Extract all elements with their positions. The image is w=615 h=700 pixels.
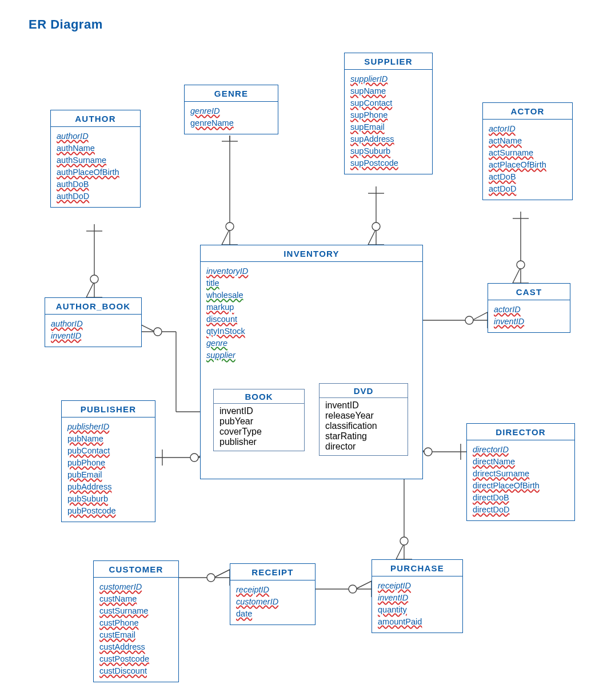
entity-attr: pubAddress (67, 481, 149, 493)
entity-receipt: RECEIPT receiptIDcustomerIDdate (230, 563, 316, 625)
entity-attr: pubContact (67, 445, 149, 457)
entity-attr: custEmail (99, 629, 173, 641)
svg-point-12 (517, 261, 525, 269)
entity-attr: supplierID (350, 73, 426, 85)
svg-point-26 (424, 448, 432, 456)
svg-point-32 (207, 574, 215, 582)
entity-attr: custAddress (99, 641, 173, 653)
entity-attr: inventID (219, 406, 298, 416)
entity-attr: supplier (206, 349, 417, 361)
entity-attr: inventID (325, 400, 402, 411)
entity-attr: amountPaid (378, 616, 457, 628)
svg-point-17 (154, 328, 162, 336)
entity-attr: directorID (473, 444, 569, 456)
entity-attr: supName (350, 85, 426, 97)
entity-attr: authName (57, 142, 134, 154)
entity-attr: actSurname (489, 147, 566, 159)
entity-attr: receiptID (378, 580, 457, 592)
entity-attr: supAddress (350, 133, 426, 145)
entity-attr: actorID (494, 304, 564, 316)
entity-attr: pubSuburb (67, 493, 149, 505)
svg-point-9 (90, 275, 98, 283)
entity-attr: supContact (350, 97, 426, 109)
entity-attr: actorID (489, 123, 566, 135)
entity-attr: supPostcode (350, 157, 426, 169)
svg-point-35 (349, 585, 357, 593)
entity-attr: releaseYear (325, 411, 402, 421)
entity-attr: classification (325, 421, 402, 431)
entity-customer: CUSTOMER customerIDcustNamecustSurnamecu… (93, 560, 179, 682)
entity-director: DIRECTOR directorIDdirectNamedrirectSurn… (466, 423, 575, 521)
entity-attr: date (236, 608, 309, 620)
entity-attr: inventID (378, 592, 457, 604)
page-title: ER Diagram (29, 17, 103, 32)
entity-attr: custDiscount (99, 665, 173, 677)
entity-attr: authSurname (57, 154, 134, 166)
entity-attr: publisher (219, 437, 298, 447)
entity-attr: genreName (190, 117, 272, 129)
entity-attr: inventoryID (206, 265, 417, 277)
entity-attr: authDoB (57, 178, 134, 190)
svg-point-3 (226, 222, 234, 230)
svg-point-29 (400, 537, 408, 545)
entity-attr: authDoD (57, 190, 134, 202)
entity-attr: genreID (190, 105, 272, 117)
entity-attr: receiptID (236, 584, 309, 596)
entity-attr: authorID (51, 318, 135, 330)
entity-attr: authorID (57, 130, 134, 142)
entity-attr: drirectSurname (473, 468, 569, 480)
entity-author-book: AUTHOR_BOOK authorIDinventID (45, 297, 142, 347)
entity-purchase: PURCHASE receiptIDinventIDquantityamount… (372, 559, 463, 633)
entity-attr: pubPostcode (67, 505, 149, 517)
entity-attr: authPlaceOfBirth (57, 166, 134, 178)
entity-cast: CAST actorIDinventID (488, 283, 570, 333)
entity-attr: qtyInStock (206, 325, 417, 337)
entity-attr: discount (206, 313, 417, 325)
entity-attr: pubEmail (67, 469, 149, 481)
entity-attr: pubPhone (67, 457, 149, 469)
entity-attr: inventID (51, 330, 135, 342)
entity-attr: custPostcode (99, 653, 173, 665)
entity-attr: pubYear (219, 416, 298, 427)
entity-attr: directPlaceOfBirth (473, 480, 569, 492)
entity-attr: supEmail (350, 121, 426, 133)
entity-attr: actDoB (489, 171, 566, 183)
svg-point-20 (190, 454, 198, 462)
entity-attr: director (325, 442, 402, 452)
entity-attr: starRating (325, 431, 402, 442)
entity-attr: directDoD (473, 504, 569, 516)
entity-attr: supSuburb (350, 145, 426, 157)
entity-attrs: authorIDauthNameauthSurnameauthPlaceOfBi… (51, 127, 140, 207)
entity-dvd: DVD inventIDreleaseYearclassificationsta… (319, 383, 408, 456)
entity-attr: customerID (99, 581, 173, 593)
entity-attr: actName (489, 135, 566, 147)
entity-genre: GENRE genreIDgenreName (184, 85, 278, 134)
entity-attr: directName (473, 456, 569, 468)
entity-publisher: PUBLISHER publisherIDpubNamepubContactpu… (61, 400, 155, 522)
entity-attr: markup (206, 301, 417, 313)
entity-attr: supPhone (350, 109, 426, 121)
entity-author: AUTHOR authorIDauthNameauthSurnameauthPl… (50, 110, 141, 208)
entity-attr: actDoD (489, 183, 566, 195)
entity-attr: custPhone (99, 617, 173, 629)
entity-title: AUTHOR (51, 110, 140, 127)
entity-book: BOOK inventIDpubYearcoverTypepublisher (213, 389, 305, 451)
entity-attr: actPlaceOfBirth (489, 159, 566, 171)
entity-attr: title (206, 277, 417, 289)
entity-attr: custName (99, 593, 173, 605)
entity-attr: inventID (494, 316, 564, 328)
entity-attr: coverType (219, 427, 298, 437)
entity-attr: quantity (378, 604, 457, 616)
entity-supplier: SUPPLIER supplierIDsupNamesupContactsupP… (344, 53, 433, 174)
entity-attr: customerID (236, 596, 309, 608)
entity-attr: directDoB (473, 492, 569, 504)
svg-point-23 (465, 316, 473, 324)
entity-attr: wholesale (206, 289, 417, 301)
entity-attr: publisherID (67, 421, 149, 433)
entity-actor: ACTOR actorIDactNameactSurnameactPlaceOf… (482, 102, 573, 200)
entity-attr: custSurname (99, 605, 173, 617)
entity-attr: genre (206, 337, 417, 349)
svg-point-6 (372, 222, 380, 230)
entity-attr: pubName (67, 433, 149, 445)
